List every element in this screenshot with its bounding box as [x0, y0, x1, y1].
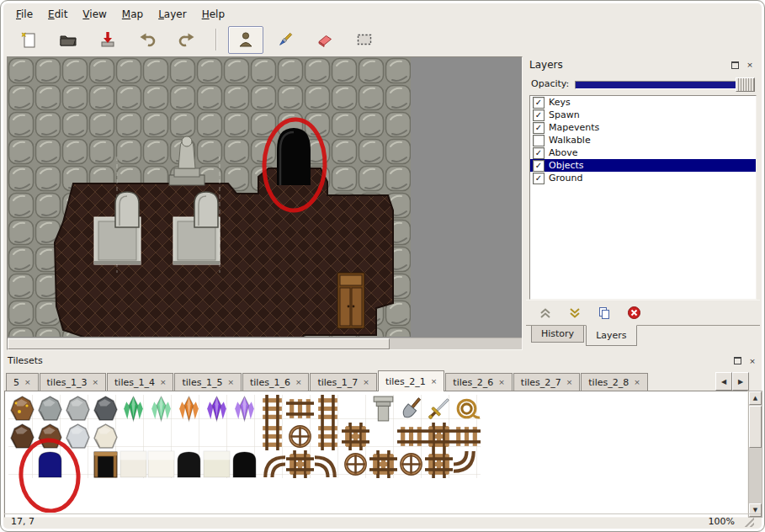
tileset-tab-bar: 5× tiles_1_3× tiles_1_4× tiles_1_5× tile…: [4, 368, 762, 391]
tile-rail-horizontal[interactable]: [453, 427, 481, 446]
place-object-tool-button[interactable]: [228, 26, 263, 54]
menu-file[interactable]: File: [9, 6, 40, 23]
tile-rail-turntable[interactable]: [401, 455, 421, 474]
redo-button[interactable]: [169, 26, 205, 54]
paint-tool-button[interactable]: [268, 26, 303, 54]
eraser-tool-button[interactable]: [307, 26, 343, 54]
tileset-tab[interactable]: tiles_1_6×: [242, 373, 309, 391]
panel-close-button[interactable]: ×: [746, 354, 759, 367]
menu-layer[interactable]: Layer: [151, 6, 193, 23]
tileset-vertical-scrollbar[interactable]: ▲ ▼: [748, 391, 762, 518]
layer-row-ground[interactable]: ✓ Ground: [530, 172, 756, 184]
layer-row-above[interactable]: ✓ Above: [530, 146, 756, 159]
tab-close-icon[interactable]: ×: [92, 379, 98, 386]
tileset-tab[interactable]: tiles_2_6×: [445, 373, 512, 391]
tab-label: 5: [13, 377, 19, 388]
layer-row-mapevents[interactable]: ✓ Mapevents: [530, 121, 756, 134]
tile-door-black[interactable]: [233, 452, 256, 477]
layer-checkbox[interactable]: ✓: [533, 147, 545, 159]
layer-row-objects[interactable]: ✓ Objects: [530, 159, 756, 172]
tile-door-blue-selected[interactable]: [39, 452, 61, 477]
select-tool-button[interactable]: [347, 26, 382, 54]
tileset-tab[interactable]: 5×: [6, 373, 39, 391]
move-layer-down-button[interactable]: [566, 305, 584, 322]
save-map-button[interactable]: [90, 26, 125, 54]
tile-rail-horizontal[interactable]: [286, 399, 314, 418]
tileset-tab[interactable]: tiles_1_7×: [310, 373, 376, 391]
tileset-tab-active[interactable]: tiles_2_1×: [378, 370, 444, 391]
layer-checkbox[interactable]: ✓: [533, 160, 545, 172]
tile-pale[interactable]: [204, 451, 230, 477]
menu-view[interactable]: View: [76, 6, 113, 23]
tile-rail-vertical[interactable]: [318, 395, 337, 423]
scrollbar-handle[interactable]: [8, 338, 390, 349]
slider-handle[interactable]: [736, 77, 755, 92]
tile-rail-vertical[interactable]: [263, 423, 282, 450]
tileset-tab[interactable]: tiles_1_4×: [107, 373, 173, 391]
tab-close-icon[interactable]: ×: [634, 379, 640, 386]
resize-grip[interactable]: [743, 516, 754, 527]
tileset-tab[interactable]: tiles_2_7×: [513, 373, 580, 391]
opacity-slider[interactable]: [575, 77, 755, 90]
tab-layers[interactable]: Layers: [586, 325, 636, 346]
tab-close-icon[interactable]: ×: [498, 379, 505, 386]
tab-close-icon[interactable]: ×: [295, 379, 302, 386]
layer-checkbox[interactable]: ✓: [533, 122, 545, 134]
tab-label: tiles_2_6: [453, 377, 493, 388]
tile-pale-light[interactable]: [148, 451, 174, 477]
map-empty-area: [411, 57, 520, 337]
tile-rail-vertical[interactable]: [318, 423, 337, 450]
tab-close-icon[interactable]: ×: [160, 379, 167, 386]
menu-map[interactable]: Map: [115, 6, 150, 23]
tileset-tab[interactable]: tiles_1_3×: [40, 373, 106, 391]
undo-button[interactable]: [130, 26, 165, 54]
tab-close-icon[interactable]: ×: [431, 378, 438, 386]
layer-checkbox[interactable]: ✓: [533, 109, 545, 121]
layer-checkbox[interactable]: ✓: [533, 97, 545, 109]
undo-icon: [138, 30, 157, 49]
slider-trough[interactable]: [575, 81, 755, 89]
open-map-button[interactable]: [50, 26, 86, 54]
new-map-button[interactable]: [11, 26, 46, 54]
tile-door-wood[interactable]: [94, 452, 117, 477]
tab-scroll-right-button[interactable]: ▶: [732, 372, 749, 391]
tab-close-icon[interactable]: ×: [363, 379, 369, 386]
tileset-tab[interactable]: tiles_1_5×: [174, 373, 241, 391]
duplicate-layer-button[interactable]: [595, 305, 614, 322]
tileset-grid[interactable]: [5, 391, 747, 513]
menu-help[interactable]: Help: [195, 6, 231, 23]
chevrons-down-icon: [568, 306, 582, 320]
layer-row-keys[interactable]: ✓ Keys: [530, 96, 756, 109]
app-window: File Edit View Map Layer Help: [0, 0, 765, 532]
tilesets-panel-header: Tilesets ×: [4, 354, 762, 368]
map-canvas[interactable]: [8, 57, 520, 337]
menu-edit[interactable]: Edit: [41, 6, 74, 23]
gravestone: [194, 192, 218, 227]
tab-history[interactable]: History: [531, 326, 584, 343]
layer-row-walkable[interactable]: Walkable: [530, 134, 756, 146]
tile-rail-horizontal[interactable]: [397, 427, 425, 446]
delete-layer-button[interactable]: [624, 305, 643, 322]
layer-checkbox[interactable]: ✓: [533, 173, 545, 184]
tile-rail-vertical[interactable]: [263, 395, 282, 423]
layer-row-spawn[interactable]: ✓ Spawn: [530, 109, 756, 121]
tile-door-black[interactable]: [178, 452, 200, 477]
panel-float-button[interactable]: [730, 354, 744, 367]
panel-close-button[interactable]: ×: [743, 59, 757, 72]
panel-float-button[interactable]: [728, 59, 741, 72]
tab-close-icon[interactable]: ×: [227, 379, 234, 386]
tab-close-icon[interactable]: ×: [24, 379, 31, 386]
tile-rail-turntable[interactable]: [290, 427, 310, 446]
tab-close-icon[interactable]: ×: [566, 379, 573, 386]
scrollbar-handle[interactable]: [749, 406, 762, 448]
tile-pale[interactable]: [120, 451, 146, 477]
tab-label: tiles_1_7: [317, 377, 358, 388]
scroll-up-button[interactable]: ▲: [749, 391, 762, 405]
move-layer-up-button[interactable]: [536, 305, 555, 322]
tab-scroll-left-button[interactable]: ◀: [715, 372, 732, 391]
layer-checkbox[interactable]: [533, 135, 545, 146]
redo-icon: [178, 30, 196, 49]
tile-rail-turntable[interactable]: [346, 455, 365, 474]
tileset-tab[interactable]: tiles_2_8×: [581, 373, 647, 391]
map-horizontal-scrollbar[interactable]: [8, 338, 522, 349]
